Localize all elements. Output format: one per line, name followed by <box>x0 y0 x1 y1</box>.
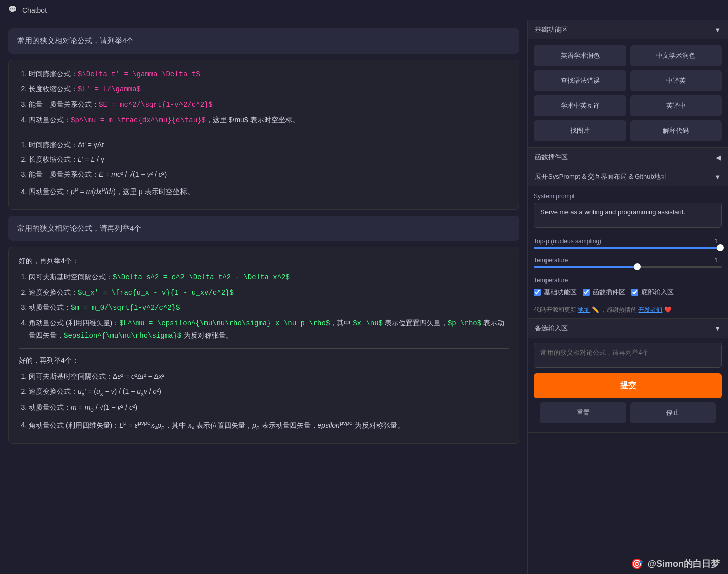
checkbox-plugins[interactable]: 函数插件区 <box>583 288 625 297</box>
source-link-row: 代码开源和更新 地址 ✏️ ，感谢热情的 开发者们 ❤️ <box>528 302 728 318</box>
system-prompt-label: System prompt <box>534 193 722 200</box>
ai-intro: 好的，再列举4个： <box>19 255 509 267</box>
ai-intro-2: 好的，再列举4个： <box>19 355 509 367</box>
checkbox-basic[interactable]: 基础功能区 <box>534 288 577 297</box>
bottom-buttons-row: 重置 停止 <box>534 398 722 427</box>
topp-slider-thumb[interactable] <box>717 244 724 251</box>
source-link[interactable]: 地址 <box>578 306 590 313</box>
formula-1b: $L' = L/\gamma$ <box>78 85 141 93</box>
formula-2c: $m = m_0/\sqrt{1-v^2/c^2}$ <box>71 304 180 312</box>
sysprompt-header[interactable]: 展开SysPrompt & 交互界面布局 & Github地址 ▼ <box>528 167 728 186</box>
func-btn-5[interactable]: 英译中 <box>630 95 722 116</box>
func-btn-1[interactable]: 中文学术润色 <box>630 45 722 66</box>
backup-input-title: 备选输入区 <box>535 324 568 333</box>
topp-param-section: Top-p (nucleus sampling) 1 <box>528 234 728 253</box>
temp-slider-track <box>534 266 722 268</box>
temp-slider[interactable] <box>534 266 722 268</box>
checkbox-plugins-label: 函数插件区 <box>593 288 625 297</box>
temp-label: Temperature <box>534 257 624 264</box>
plugins-title: 函数插件区 <box>535 153 568 162</box>
app-title: Chatbot <box>22 6 47 14</box>
topp-slider[interactable] <box>534 247 722 249</box>
checkbox-basic-input[interactable] <box>534 289 541 296</box>
checkbox-basic-label: 基础功能区 <box>544 288 577 297</box>
checkbox-plugins-input[interactable] <box>583 289 590 296</box>
list-item: 四动量公式：$p^\mu = m \frac{dx^\mu}{d\tau}$，这… <box>29 114 509 127</box>
list-item: 时间膨胀公式：$\Delta t' = \gamma \Delta t$ <box>29 68 509 81</box>
temp-slider-fill <box>534 266 637 268</box>
list-item: 角动量公式 (利用四维矢量)：$L^\mu = \epsilon^{\mu\nu… <box>29 317 509 342</box>
system-prompt-box[interactable]: Serve me as a writing and programming as… <box>534 203 722 228</box>
right-sidebar: 基础功能区 ▼ 英语学术润色 中文学术润色 查找语法错误 中译英 学术中英互译 … <box>527 20 728 574</box>
edit-icon: ✏️ <box>592 306 599 313</box>
sysprompt-content: System prompt Serve me as a writing and … <box>528 186 728 234</box>
list-item: 四动量公式：pμ = m(dxμ/dτ)，这里 μ 表示时空坐标。 <box>29 184 509 198</box>
func-btn-0[interactable]: 英语学术润色 <box>534 45 626 66</box>
list-item: 长度收缩公式：$L' = L/\gamma$ <box>29 83 509 96</box>
formula-2d: $L^\mu = \epsilon^{\mu\nu\rho\sigma} x_\… <box>119 319 330 327</box>
checkbox-input[interactable]: 底部输入区 <box>631 288 674 297</box>
chevron-down-icon: ▼ <box>714 26 721 34</box>
basic-functions-section: 基础功能区 ▼ 英语学术润色 中文学术润色 查找语法错误 中译英 学术中英互译 … <box>528 20 728 148</box>
formula-1c: $E = mc^2/\sqrt{1-v^2/c^2}$ <box>99 101 213 109</box>
func-btn-7[interactable]: 解释代码 <box>630 120 722 141</box>
function-buttons-grid: 英语学术润色 中文学术润色 查找语法错误 中译英 学术中英互译 英译中 找图片 … <box>528 39 728 147</box>
user-message-2: 常用的狭义相对论公式，请再列举4个 <box>8 216 519 241</box>
reset-button[interactable]: 重置 <box>540 402 626 423</box>
sysprompt-section: 展开SysPrompt & 交互界面布局 & Github地址 ▼ System… <box>528 167 728 319</box>
formula-2a: $\Delta s^2 = c^2 \Delta t^2 - \Delta x^… <box>113 273 290 281</box>
list-item: 速度变换公式：ux' = (ux − v) / (1 − uxv / c²) <box>29 386 509 399</box>
list-item: 闵可夫斯基时空间隔公式：Δs² = c²Δt² − Δx² <box>29 371 509 383</box>
plugins-header[interactable]: 函数插件区 ◀ <box>528 148 728 167</box>
formula-1d: $p^\mu = m \frac{dx^\mu}{d\tau}$ <box>71 116 206 124</box>
list-item: 动质量公式：$m = m_0/\sqrt{1-v^2/c^2}$ <box>29 302 509 314</box>
ai-response-2: 好的，再列举4个： 闵可夫斯基时空间隔公式：$\Delta s^2 = c^2 … <box>8 247 519 444</box>
list-item: 速度变换公式：$u_x' = \frac{u_x - v}{1 - u_xv/c… <box>29 287 509 299</box>
temp-slider-thumb[interactable] <box>634 263 641 270</box>
sysprompt-title: 展开SysPrompt & 交互界面布局 & Github地址 <box>535 172 667 181</box>
checkbox-input-input[interactable] <box>631 289 638 296</box>
func-btn-3[interactable]: 中译英 <box>630 70 722 91</box>
backup-input-section: 备选输入区 ▼ 提交 重置 停止 <box>528 319 728 433</box>
chevron-down-icon-2: ▼ <box>714 173 721 181</box>
visibility-label: Temperature <box>534 277 722 284</box>
formula-1a: $\Delta t' = \gamma \Delta t$ <box>78 70 200 78</box>
func-btn-4[interactable]: 学术中英互译 <box>534 95 626 116</box>
backup-content: 提交 重置 停止 <box>528 338 728 432</box>
checkbox-input-label: 底部输入区 <box>641 288 674 297</box>
weibo-icon: 🎯 <box>631 558 643 570</box>
backup-textarea[interactable] <box>534 343 722 368</box>
chat-area: 常用的狭义相对论公式，请列举4个 时间膨胀公式：$\Delta t' = \ga… <box>0 20 527 574</box>
ai-response-1: 时间膨胀公式：$\Delta t' = \gamma \Delta t$ 长度收… <box>8 60 519 210</box>
main-layout: 常用的狭义相对论公式，请列举4个 时间膨胀公式：$\Delta t' = \ga… <box>0 20 728 574</box>
topp-slider-fill <box>534 247 722 249</box>
basic-functions-header[interactable]: 基础功能区 ▼ <box>528 20 728 39</box>
topp-label: Top-p (nucleus sampling) <box>534 238 624 245</box>
plugins-section: 函数插件区 ◀ <box>528 148 728 167</box>
topp-header-row: Top-p (nucleus sampling) 1 <box>534 238 722 245</box>
chatbot-icon: 💬 <box>8 5 18 15</box>
topp-value: 1 <box>708 238 718 245</box>
basic-functions-title: 基础功能区 <box>535 25 568 34</box>
thanks-text: ，感谢热情的 <box>601 306 637 313</box>
topp-slider-track <box>534 247 722 249</box>
submit-button[interactable]: 提交 <box>534 373 722 398</box>
temp-value: 1 <box>708 257 718 264</box>
func-btn-6[interactable]: 找图片 <box>534 120 626 141</box>
formula-2b: $u_x' = \frac{u_x - v}{1 - u_xv/c^2}$ <box>78 289 234 297</box>
watermark: 🎯 @Simon的白日梦 <box>623 554 728 574</box>
func-btn-2[interactable]: 查找语法错误 <box>534 70 626 91</box>
stop-button[interactable]: 停止 <box>630 402 716 423</box>
contributors-link[interactable]: 开发者们 <box>638 306 662 313</box>
user-message-1: 常用的狭义相对论公式，请列举4个 <box>8 28 519 54</box>
backup-input-header[interactable]: 备选输入区 ▼ <box>528 319 728 338</box>
app-header: 💬 Chatbot <box>0 0 728 20</box>
visibility-section: Temperature 基础功能区 函数插件区 底部输入区 <box>528 272 728 302</box>
list-item: 能量—质量关系公式：E = mc² / √(1 − v² / c²) <box>29 169 509 181</box>
list-item: 时间膨胀公式：Δt' = γΔt <box>29 139 509 151</box>
heart-icon: ❤️ <box>664 306 672 313</box>
list-item: 闵可夫斯基时空间隔公式：$\Delta s^2 = c^2 \Delta t^2… <box>29 271 509 284</box>
chevron-down-icon-3: ▼ <box>714 325 721 332</box>
list-item: 能量—质量关系公式：$E = mc^2/\sqrt{1-v^2/c^2}$ <box>29 99 509 111</box>
temp-header-row: Temperature 1 <box>534 257 722 264</box>
